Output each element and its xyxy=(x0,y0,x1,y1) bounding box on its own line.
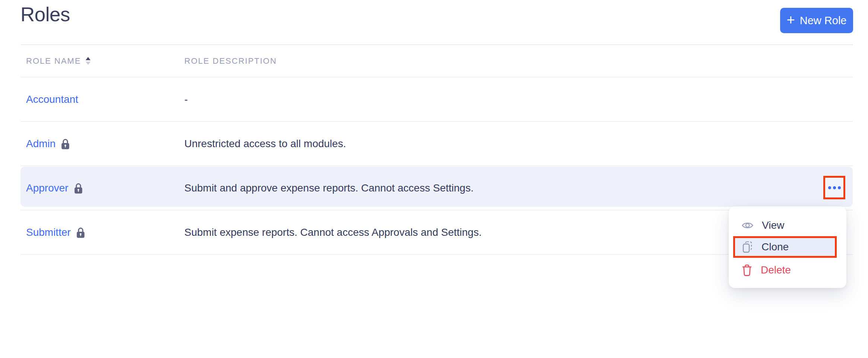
role-description-cell: Unrestricted access to all modules. xyxy=(184,122,346,165)
table-row: Accountant - xyxy=(20,77,853,122)
lock-icon xyxy=(60,138,70,150)
clone-icon xyxy=(741,241,753,253)
role-description-header-label: ROLE DESCRIPTION xyxy=(184,56,277,66)
table-row-selected: Approver Submit and approve expense repo… xyxy=(20,166,853,210)
table-row: Submitter Submit expense reports. Cannot… xyxy=(20,210,853,255)
trash-icon xyxy=(741,264,753,276)
role-description-label: Submit and approve expense reports. Cann… xyxy=(184,182,474,194)
ellipsis-dot xyxy=(838,186,841,189)
role-description-label: Submit expense reports. Cannot access Ap… xyxy=(184,226,481,238)
menu-item-delete[interactable]: Delete xyxy=(729,259,846,281)
role-name-label: Admin xyxy=(26,138,55,150)
menu-item-label: Delete xyxy=(761,264,791,276)
menu-item-label: Clone xyxy=(762,241,789,253)
role-name-label: Approver xyxy=(26,182,69,194)
role-name-label: Submitter xyxy=(26,226,71,238)
new-role-button[interactable]: + New Role xyxy=(780,8,853,33)
new-role-label: New Role xyxy=(800,15,847,27)
eye-icon xyxy=(741,221,754,230)
more-actions-button[interactable] xyxy=(828,186,841,189)
annotation-box-row-actions xyxy=(823,176,845,199)
annotation-box-clone menu-item-clone[interactable]: Clone xyxy=(733,236,837,258)
column-header-role-description: ROLE DESCRIPTION xyxy=(184,45,277,77)
ellipsis-dot xyxy=(833,186,836,189)
page-title: Roles xyxy=(20,3,70,26)
table-header-row: ROLE NAME ROLE DESCRIPTION xyxy=(20,45,853,77)
column-header-role-name[interactable]: ROLE NAME xyxy=(26,45,91,77)
sort-asc-icon[interactable] xyxy=(85,57,91,65)
role-link-approver[interactable]: Approver xyxy=(26,166,83,210)
menu-item-view[interactable]: View xyxy=(729,215,846,236)
role-name-header-label: ROLE NAME xyxy=(26,56,81,66)
role-description-cell: - xyxy=(184,77,188,121)
role-description-label: Unrestricted access to all modules. xyxy=(184,138,346,150)
role-link-accountant[interactable]: Accountant xyxy=(26,77,78,121)
table-row: Admin Unrestricted access to all modules… xyxy=(20,122,853,166)
menu-item-label: View xyxy=(762,219,784,231)
role-name-label: Accountant xyxy=(26,94,78,105)
role-description-cell: Submit and approve expense reports. Cann… xyxy=(184,166,474,210)
row-actions-menu: View Clone Delete xyxy=(729,206,846,288)
role-description-cell: Submit expense reports. Cannot access Ap… xyxy=(184,210,481,254)
ellipsis-dot xyxy=(828,186,831,189)
role-link-submitter[interactable]: Submitter xyxy=(26,210,86,254)
role-link-admin[interactable]: Admin xyxy=(26,122,70,165)
role-description-label: - xyxy=(184,94,188,105)
lock-icon xyxy=(76,227,86,238)
lock-icon xyxy=(73,183,83,194)
